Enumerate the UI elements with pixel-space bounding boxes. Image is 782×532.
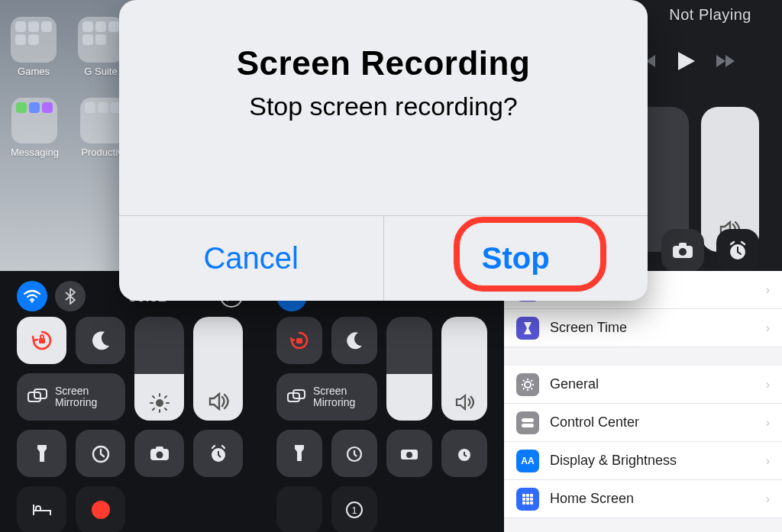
- folder-games[interactable]: Games: [11, 17, 57, 77]
- settings-row-homescreen[interactable]: Home Screen ›: [504, 480, 782, 518]
- camera-icon: [150, 446, 170, 461]
- orientation-lock-tile[interactable]: [17, 317, 66, 364]
- timer-tile-b[interactable]: [331, 430, 377, 477]
- extra-tile-1[interactable]: [17, 486, 66, 532]
- alert-message: Stop screen recording?: [119, 92, 648, 121]
- moon-icon: [91, 330, 111, 350]
- svg-rect-14: [296, 338, 302, 343]
- svg-rect-33: [526, 501, 529, 505]
- folder-label: G Suite: [84, 66, 117, 77]
- chevron-right-icon: ›: [766, 454, 770, 468]
- svg-rect-5: [39, 338, 45, 343]
- control-center-panel-b: ScreenMirroring 1: [260, 271, 504, 532]
- display-icon: AA: [516, 450, 539, 472]
- svg-point-19: [406, 452, 412, 458]
- timer-icon: [91, 443, 111, 463]
- wifi-circle[interactable]: [17, 281, 47, 311]
- flashlight-tile[interactable]: [17, 430, 66, 477]
- moon-icon: [345, 331, 364, 350]
- stop-button[interactable]: Stop: [383, 216, 648, 301]
- svg-rect-2: [679, 243, 687, 247]
- settings-row-screentime[interactable]: Screen Time ›: [504, 309, 782, 347]
- alarm-tile-b[interactable]: [193, 430, 243, 477]
- svg-point-4: [31, 300, 33, 302]
- chevron-right-icon: ›: [766, 378, 770, 392]
- chevron-right-icon: ›: [766, 283, 770, 297]
- brightness-slider-b[interactable]: [134, 317, 184, 421]
- svg-rect-26: [522, 494, 525, 497]
- dnd-tile[interactable]: [76, 317, 125, 364]
- camera-tile-c[interactable]: [386, 430, 432, 477]
- svg-rect-12: [156, 447, 163, 450]
- control-center-panel-a: 00:02 ScreenMirroring: [0, 271, 260, 532]
- alarm-icon: [455, 444, 473, 463]
- orientation-lock-icon: [31, 329, 53, 352]
- alarm-icon: [727, 240, 748, 261]
- settings-gap: [504, 347, 782, 366]
- folder-label: Productivi: [81, 147, 124, 158]
- camera-icon: [400, 447, 418, 460]
- media-transport: [637, 52, 736, 70]
- mirror-icon: [287, 389, 305, 405]
- settings-label: General: [550, 376, 766, 392]
- camera-tile[interactable]: [661, 229, 704, 272]
- settings-row-general[interactable]: General ›: [504, 366, 782, 404]
- settings-list: Do Not Disturb › Screen Time › General ›…: [504, 271, 782, 532]
- brightness-icon: [150, 393, 170, 413]
- alarm-tile-c[interactable]: [441, 430, 487, 477]
- orientation-lock-icon: [289, 330, 310, 351]
- screen-mirroring-tile-b[interactable]: ScreenMirroring: [276, 373, 377, 421]
- bluetooth-circle[interactable]: [55, 281, 86, 311]
- dnd-tile-b[interactable]: [331, 317, 377, 364]
- folder-gsuite[interactable]: G Suite: [78, 17, 124, 77]
- settings-label: Home Screen: [550, 491, 766, 507]
- svg-point-1: [679, 248, 687, 256]
- volume-slider-c[interactable]: [441, 317, 487, 421]
- flashlight-tile-b[interactable]: [276, 430, 322, 477]
- timer-tile[interactable]: [76, 430, 125, 477]
- svg-rect-24: [522, 418, 534, 422]
- cancel-button[interactable]: Cancel: [119, 216, 383, 301]
- alert-title: Screen Recording: [119, 44, 648, 82]
- folder-messaging[interactable]: Messaging: [11, 98, 59, 158]
- svg-rect-29: [522, 498, 525, 501]
- alarm-tile[interactable]: [716, 229, 759, 272]
- svg-rect-28: [530, 494, 533, 497]
- volume-icon: [208, 390, 229, 411]
- brightness-slider-c[interactable]: [386, 317, 432, 421]
- chevron-right-icon: ›: [766, 416, 770, 430]
- record-icon: [92, 501, 110, 519]
- folder-label: Messaging: [11, 147, 59, 158]
- stop-label: Stop: [482, 241, 550, 276]
- screentime-icon: [516, 317, 539, 340]
- flashlight-icon: [294, 444, 305, 463]
- settings-row-controlcenter[interactable]: Control Center ›: [504, 404, 782, 442]
- alarm-icon: [208, 443, 228, 463]
- record-tile[interactable]: [76, 486, 125, 532]
- now-playing-label: Not Playing: [669, 6, 751, 24]
- screen-recording-alert: Screen Recording Stop screen recording? …: [119, 0, 648, 301]
- volume-slider-b[interactable]: [193, 317, 243, 421]
- next-icon[interactable]: [716, 54, 736, 68]
- bed-icon: [32, 503, 52, 517]
- badge-tile[interactable]: 1: [331, 486, 377, 532]
- chevron-right-icon: ›: [766, 321, 770, 335]
- orientation-lock-tile-b[interactable]: [276, 317, 322, 364]
- svg-rect-27: [526, 494, 529, 497]
- switches-icon: [516, 411, 539, 434]
- settings-row-display[interactable]: AA Display & Brightness ›: [504, 442, 782, 480]
- camera-tile-b[interactable]: [134, 430, 184, 477]
- svg-point-23: [525, 382, 531, 388]
- bluetooth-icon: [65, 288, 76, 305]
- screen-mirroring-tile[interactable]: ScreenMirroring: [17, 373, 125, 421]
- gear-icon: [516, 373, 539, 396]
- svg-rect-25: [522, 424, 534, 427]
- flashlight-icon: [36, 443, 48, 463]
- settings-label: Control Center: [550, 414, 766, 430]
- cancel-label: Cancel: [203, 241, 299, 276]
- svg-text:1: 1: [352, 505, 357, 516]
- timer-icon: [345, 444, 364, 463]
- settings-label: Display & Brightness: [550, 453, 766, 469]
- extra-tile-2[interactable]: [276, 486, 322, 532]
- play-icon[interactable]: [678, 52, 695, 70]
